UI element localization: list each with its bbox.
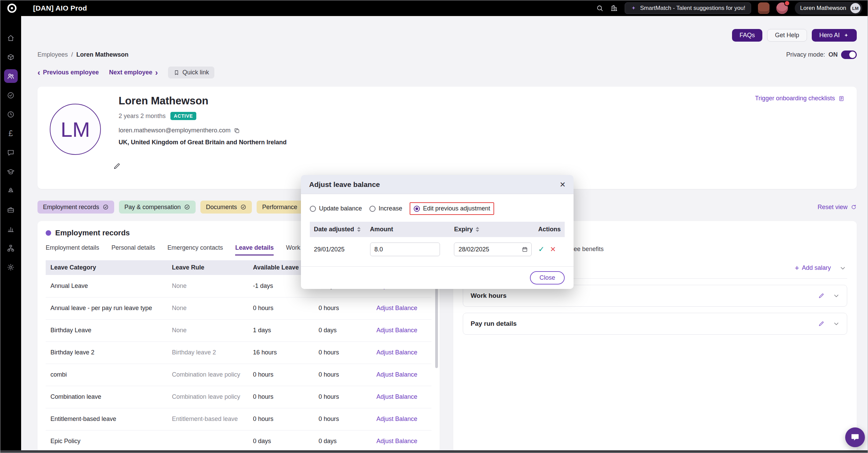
chat-icon <box>7 149 15 157</box>
tab-leave-details[interactable]: Leave details <box>235 244 274 255</box>
modal-footer: Close <box>301 266 574 289</box>
sidebar-item-payroll[interactable]: £ <box>0 124 21 143</box>
adjust-balance-link[interactable]: Adjust Balance <box>377 438 417 444</box>
add-salary-link[interactable]: +Add salary <box>795 264 831 272</box>
sidebar-item-home[interactable] <box>0 28 21 47</box>
adjust-balance-link[interactable]: Adjust Balance <box>377 415 417 422</box>
user-menu[interactable]: Loren Mathewson LM <box>795 2 862 15</box>
chevron-down-icon[interactable] <box>840 265 846 271</box>
adjustment-row: 29/01/2025 ✓✕ <box>310 237 565 262</box>
chevron-right-icon: › <box>155 70 158 76</box>
faqs-button[interactable]: FAQs <box>732 29 762 42</box>
trigger-onboarding-label: Trigger onboarding checklists <box>755 95 835 102</box>
sidebar-item-timesheets[interactable] <box>0 105 21 124</box>
edit-work-hours-icon[interactable] <box>818 293 824 299</box>
available-leave: 0 hours <box>248 386 314 408</box>
expiry-date-input[interactable] <box>454 243 532 256</box>
col-leave-category: Leave Category <box>46 260 167 275</box>
adjust-balance-link[interactable]: Adjust Balance <box>377 305 417 311</box>
expiry-input-field[interactable] <box>458 246 519 253</box>
copy-icon[interactable] <box>234 128 240 134</box>
user-avatar: LM <box>850 3 861 13</box>
sidebar-item-onboarding[interactable] <box>0 47 21 67</box>
leave-balance: 0 hours <box>314 297 372 319</box>
chip-pay-compensation[interactable]: Pay & compensation <box>119 201 196 214</box>
pay-run-details-section[interactable]: Pay run details <box>463 313 847 335</box>
edit-pay-run-icon[interactable] <box>818 321 824 327</box>
sidebar-item-recruitment[interactable] <box>0 200 21 219</box>
breadcrumb-employees[interactable]: Employees <box>37 51 68 58</box>
col-leave-rule: Leave Rule <box>167 260 248 275</box>
modal-close-button[interactable]: Close <box>530 271 565 284</box>
search-icon[interactable] <box>596 4 604 12</box>
employee-nav-row: ‹Previous employee Next employee› Quick … <box>37 67 857 78</box>
privacy-toggle[interactable] <box>841 50 857 59</box>
sidebar-item-tasks[interactable] <box>0 86 21 105</box>
sidebar-item-settings[interactable] <box>0 258 21 277</box>
adjust-balance-link[interactable]: Adjust Balance <box>377 349 417 356</box>
adjust-balance-link[interactable]: Adjust Balance <box>377 371 417 378</box>
chip-documents[interactable]: Documents <box>200 201 252 214</box>
available-leave: 0 hours <box>248 408 314 430</box>
sidebar-item-launch[interactable] <box>0 181 21 200</box>
cancel-icon[interactable]: ✕ <box>550 245 556 253</box>
hero-mascot-icon[interactable] <box>758 2 770 14</box>
chevron-down-icon[interactable] <box>833 321 839 327</box>
date-adjusted-label: Date adjusted <box>314 226 354 233</box>
adjust-balance-link[interactable]: Adjust Balance <box>377 393 417 400</box>
chip-employment-records[interactable]: Employment records <box>37 201 114 214</box>
radio-update-balance[interactable]: Update balance <box>310 205 362 212</box>
clock-icon <box>7 111 15 118</box>
hero-ai-button[interactable]: Hero AI <box>812 29 857 42</box>
leave-category: Epic Policy <box>46 430 167 452</box>
previous-employee-link[interactable]: ‹Previous employee <box>37 69 99 76</box>
tab-employment-details[interactable]: Employment details <box>46 244 99 255</box>
get-help-button[interactable]: Get Help <box>767 29 807 42</box>
tab-personal-details[interactable]: Personal details <box>111 244 155 255</box>
quick-link-chip[interactable]: Quick link <box>168 67 214 78</box>
employment-hero-logo-icon[interactable] <box>6 2 18 14</box>
leave-category: Annual leave - per pay run leave type <box>46 297 167 319</box>
trigger-onboarding-link[interactable]: Trigger onboarding checklists <box>755 95 844 102</box>
col-amount: Amount <box>366 222 450 237</box>
adjustments-table-header: Date adjusted Amount Expiry Actions <box>310 222 565 237</box>
bookmark-icon <box>173 70 180 76</box>
chevron-left-icon: ‹ <box>37 70 40 76</box>
radio-increase[interactable]: Increase <box>369 205 402 212</box>
notifications-mascot-icon[interactable] <box>776 2 788 14</box>
pay-run-details-label: Pay run details <box>471 320 517 327</box>
smartmatch-button[interactable]: SmartMatch - Talent suggestions for you! <box>625 2 751 14</box>
leave-balance: 0 days <box>314 319 372 341</box>
radio-edit-previous-adjustment[interactable]: Edit previous adjustment <box>414 205 490 212</box>
sort-icon <box>357 227 361 232</box>
sidebar-item-reports[interactable] <box>0 219 21 238</box>
previous-employee-label: Previous employee <box>43 69 99 76</box>
next-employee-link[interactable]: Next employee› <box>109 69 158 76</box>
org-chart-icon <box>7 244 15 252</box>
chat-bubble-icon <box>850 433 860 442</box>
adjustment-type-radios: Update balance Increase Edit previous ad… <box>310 202 565 215</box>
col-expiry[interactable]: Expiry <box>450 222 534 237</box>
confirm-icon[interactable]: ✓ <box>538 245 544 253</box>
close-icon[interactable]: × <box>560 181 565 188</box>
leave-rule: Birthday leave 2 <box>167 341 248 364</box>
sidebar-item-employees[interactable] <box>0 67 21 86</box>
modal-body: Update balance Increase Edit previous ad… <box>301 194 574 262</box>
chevron-down-icon[interactable] <box>833 293 839 299</box>
col-date-adjusted[interactable]: Date adjusted <box>310 222 366 237</box>
edit-avatar-icon[interactable] <box>113 162 121 170</box>
reset-view-label: Reset view <box>818 204 848 211</box>
sidebar-item-messages[interactable] <box>0 143 21 162</box>
check-circle-icon <box>7 91 15 99</box>
adjust-balance-link[interactable]: Adjust Balance <box>377 327 417 334</box>
sidebar-item-org-chart[interactable] <box>0 238 21 258</box>
amount-input[interactable] <box>370 243 440 256</box>
calendar-icon[interactable] <box>522 246 528 252</box>
tab-emergency-contacts[interactable]: Emergency contacts <box>167 244 223 255</box>
reset-view-link[interactable]: Reset view <box>818 204 857 211</box>
company-icon[interactable] <box>610 4 618 12</box>
sidebar-item-learning[interactable] <box>0 162 21 181</box>
modal-header: Adjust leave balance × <box>301 175 574 194</box>
chat-fab-button[interactable] <box>845 427 865 447</box>
leave-rule <box>167 430 248 452</box>
